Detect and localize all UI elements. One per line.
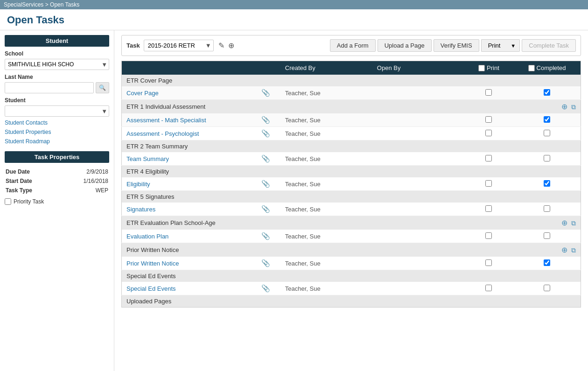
complete-task-button[interactable]: Complete Task [522, 39, 576, 52]
open-by-header: Open By [372, 61, 464, 75]
print-checkbox[interactable] [485, 232, 492, 239]
section-row: ETR Evaluation Plan School-Age ⊕ ⧉ [122, 216, 581, 230]
add-section-icon[interactable]: ⊕ [561, 219, 567, 227]
completed-checkbox[interactable] [544, 130, 550, 136]
task-select[interactable]: 2015-2016 RETR [144, 40, 214, 51]
form-link[interactable]: Eligibility [126, 181, 150, 188]
completed-checkbox[interactable] [544, 155, 550, 161]
form-link[interactable]: Team Summary [126, 155, 169, 162]
print-checkbox-cell [464, 257, 513, 270]
form-name-cell: Team Summary [122, 152, 257, 166]
breadcrumb-separator: > [45, 1, 50, 8]
form-name-header [122, 61, 257, 75]
completed-checkbox-cell [513, 113, 581, 127]
add-section-icon[interactable]: ⊕ [561, 246, 567, 254]
task-properties-table: Due Date 2/9/2018 Start Date 1/16/2018 T… [5, 167, 109, 196]
print-checkbox[interactable] [485, 89, 492, 96]
completed-checkbox[interactable] [544, 180, 550, 187]
form-link[interactable]: Evaluation Plan [126, 233, 168, 240]
print-dropdown-arrow[interactable]: ▼ [507, 39, 520, 52]
attachment-icon[interactable]: 📎 [261, 284, 270, 292]
section-actions-cell: ⊕ ⧉ [513, 100, 581, 114]
creator-cell: Teacher, Sue [280, 177, 372, 191]
task-properties-header: Task Properties [5, 151, 109, 163]
form-link[interactable]: Prior Written Notice [126, 260, 179, 267]
start-date-value: 1/16/2018 [59, 177, 108, 185]
print-checkbox[interactable] [485, 259, 492, 266]
print-button[interactable]: Print [481, 39, 507, 52]
attachment-icon[interactable]: 📎 [261, 154, 270, 162]
form-link[interactable]: Special Ed Events [126, 285, 176, 292]
due-date-label: Due Date [6, 168, 58, 176]
open-by-cell [372, 152, 464, 166]
print-checkbox[interactable] [485, 285, 492, 291]
copy-section-icon[interactable]: ⧉ [571, 103, 576, 111]
student-contacts-link[interactable]: Student Contacts [5, 119, 109, 126]
completed-checkbox[interactable] [544, 259, 550, 266]
form-name-cell: Evaluation Plan [122, 230, 257, 243]
print-checkbox[interactable] [485, 130, 492, 136]
print-all-checkbox[interactable] [478, 65, 485, 71]
form-icon-cell: 📎 [257, 257, 280, 270]
completed-checkbox[interactable] [544, 205, 550, 212]
section-label: Prior Written Notice [122, 243, 513, 257]
section-row: ETR 2 Team Summary [122, 140, 581, 153]
student-properties-link[interactable]: Student Properties [5, 129, 109, 135]
toolbar-buttons: Add a Form Upload a Page Verify EMIS Pri… [330, 39, 576, 52]
breadcrumb-specialservices[interactable]: SpecialServices [4, 1, 43, 8]
completed-checkbox[interactable] [544, 89, 550, 96]
verify-emis-button[interactable]: Verify EMIS [434, 39, 479, 52]
form-link[interactable]: Assessment - Psychologist [126, 130, 199, 137]
attachment-icon[interactable]: 📎 [261, 129, 270, 137]
creator-cell: Teacher, Sue [280, 113, 372, 127]
upload-page-button[interactable]: Upload a Page [378, 39, 432, 52]
section-label: ETR 2 Team Summary [122, 140, 581, 153]
open-by-cell [372, 203, 464, 216]
copy-section-icon[interactable]: ⧉ [571, 246, 576, 254]
creator-cell: Teacher, Sue [280, 203, 372, 216]
attachment-icon[interactable]: 📎 [261, 116, 270, 124]
add-circle-icon: ⊕ [228, 42, 234, 49]
print-checkbox[interactable] [485, 180, 492, 187]
form-link[interactable]: Signatures [126, 206, 155, 213]
form-link[interactable]: Cover Page [126, 90, 159, 97]
lastname-input[interactable] [5, 82, 94, 93]
creator-cell: Teacher, Sue [280, 257, 372, 270]
add-task-button[interactable]: ⊕ [226, 40, 236, 51]
edit-task-button[interactable]: ✎ [217, 40, 226, 51]
completed-checkbox-cell [513, 152, 581, 166]
search-button[interactable]: 🔍 [96, 82, 109, 93]
created-by-header: Created By [280, 61, 372, 75]
print-checkbox[interactable] [485, 116, 492, 123]
lastname-label: Last Name [5, 74, 109, 80]
attachment-icon[interactable]: 📎 [261, 180, 270, 188]
print-checkbox-cell [464, 86, 513, 100]
form-link[interactable]: Assessment - Math Specialist [126, 117, 206, 124]
section-label: Special Ed Events [122, 270, 581, 282]
completed-checkbox[interactable] [544, 232, 550, 239]
content-area: Task 2015-2016 RETR ▼ ✎ ⊕ Add a Form Upl… [114, 30, 588, 371]
student-select[interactable] [5, 105, 109, 117]
school-select[interactable]: SMITHVILLE HIGH SCHO [5, 59, 109, 70]
attachment-icon[interactable]: 📎 [261, 89, 270, 97]
student-roadmap-link[interactable]: Student Roadmap [5, 138, 109, 145]
add-section-icon[interactable]: ⊕ [561, 103, 567, 111]
start-date-row: Start Date 1/16/2018 [6, 177, 108, 185]
completed-checkbox[interactable] [544, 116, 550, 123]
priority-task-checkbox[interactable] [5, 198, 11, 205]
form-icon-cell: 📎 [257, 230, 280, 243]
completed-checkbox[interactable] [544, 285, 550, 291]
print-checkbox[interactable] [485, 155, 492, 161]
attachment-icon[interactable]: 📎 [261, 232, 270, 240]
section-label: ETR 1 Individual Assessment [122, 100, 513, 114]
attachment-icon[interactable]: 📎 [261, 205, 270, 213]
breadcrumb-opentasks: Open Tasks [50, 1, 79, 8]
form-icon-cell: 📎 [257, 177, 280, 191]
open-by-cell [372, 230, 464, 243]
add-form-button[interactable]: Add a Form [330, 39, 376, 52]
task-toolbar: Task 2015-2016 RETR ▼ ✎ ⊕ Add a Form Upl… [121, 35, 581, 56]
completed-all-checkbox[interactable] [528, 65, 535, 71]
attachment-icon[interactable]: 📎 [261, 259, 270, 267]
print-checkbox[interactable] [485, 205, 492, 212]
copy-section-icon[interactable]: ⧉ [571, 219, 576, 227]
